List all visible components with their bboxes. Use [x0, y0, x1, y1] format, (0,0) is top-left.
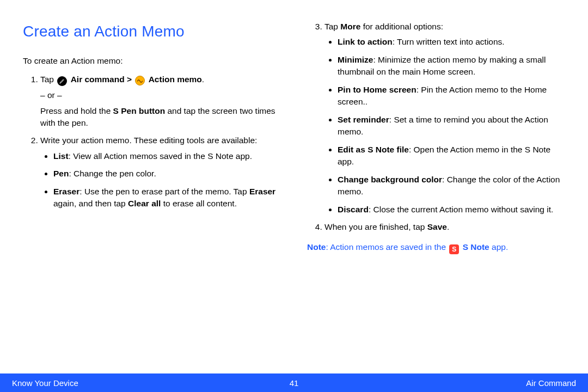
footer-bar: Know Your Device 41 Air Command [0, 373, 588, 392]
bullet-rem-b: Set reminder [338, 115, 389, 124]
bullet-min-b: Minimize [338, 55, 373, 64]
bullet-bgcolor: Change background color: Change the colo… [338, 174, 565, 198]
step3-lead-a: Tap [324, 22, 340, 31]
bullet-disc-t: : Close the current Action memo without … [369, 205, 553, 214]
steps-left: Tap Air command > Action memo. – or – Pr… [23, 74, 281, 210]
step2-lead: Write your action memo. These editing to… [40, 136, 257, 145]
step1-alt-a: Press and hold the [40, 106, 113, 115]
step3-lead-c: for additional options: [360, 22, 443, 31]
bullet-pin-b: Pin to Home screen [338, 85, 416, 94]
intro-text: To create an Action memo: [23, 55, 281, 67]
bullet-eraser-b2: Eraser [249, 187, 275, 196]
section-title: Create an Action Memo [23, 21, 281, 43]
step1-or: – or – [40, 89, 281, 101]
bullet-list: List: View all Action memos saved in the… [53, 150, 281, 162]
step-3: Tap More for additional options: Link to… [324, 21, 565, 216]
bullet-link-b: Link to action [338, 37, 393, 46]
s-note-icon: S [449, 244, 459, 254]
bullet-link: Link to action: Turn written text into a… [338, 36, 565, 48]
step-4: When you are finished, tap Save. [324, 221, 565, 233]
bullet-eraser-t3: to erase all content. [161, 199, 237, 208]
bullet-link-t: : Turn written text into actions. [393, 37, 505, 46]
step3-lead-b: More [340, 22, 360, 31]
bullet-pen: Pen: Change the pen color. [53, 168, 281, 180]
bullet-eraser-b3: Clear all [128, 199, 161, 208]
bullet-pin: Pin to Home screen: Pin the Action memo … [338, 84, 565, 108]
bullet-edit-snote: Edit as S Note file: Open the Action mem… [338, 144, 565, 168]
bullet-minimize: Minimize: Minimize the action memo by ma… [338, 54, 565, 78]
bullet-eraser-t1: : Use the pen to erase part of the memo.… [79, 187, 249, 196]
step4-a: When you are finished, tap [324, 222, 427, 231]
pen-circle-icon [57, 76, 67, 86]
s-note-letter: S [452, 246, 456, 253]
note-b: S Note [463, 242, 489, 252]
left-column: Create an Action Memo To create an Actio… [23, 21, 281, 359]
step4-c: . [447, 222, 449, 231]
right-column: Tap More for additional options: Link to… [307, 21, 565, 359]
step4-b: Save [427, 222, 447, 231]
step1-alt-b: S Pen button [113, 106, 166, 115]
step1-period: . [202, 75, 204, 84]
footer-right: Air Command [298, 378, 576, 388]
bullet-list-b: List [53, 151, 69, 161]
step1-alt: Press and hold the S Pen button and tap … [40, 105, 281, 130]
steps-right: Tap More for additional options: Link to… [307, 21, 565, 234]
step-1: Tap Air command > Action memo. – or – Pr… [40, 74, 281, 129]
manual-page: Create an Action Memo To create an Actio… [0, 0, 588, 392]
bullet-eraser-b1: Eraser [53, 187, 79, 196]
bullet-discard: Discard: Close the current Action memo w… [338, 204, 565, 216]
step3-bullets: Link to action: Turn written text into a… [324, 36, 565, 216]
footer-left: Know Your Device [12, 378, 290, 388]
note-a: Action memos are saved in the [330, 242, 448, 252]
bullet-pen-b: Pen [53, 169, 69, 178]
page-number: 41 [290, 378, 299, 388]
note-c: app. [489, 242, 508, 252]
step2-bullets: List: View all Action memos saved in the… [40, 150, 281, 210]
bullet-disc-b: Discard [338, 205, 369, 214]
note-label: Note [307, 242, 326, 252]
note-line: Note: Action memos are saved in the S S … [307, 241, 565, 254]
bullet-bg-b: Change background color [338, 175, 442, 184]
step1-aircommand: Air command > [71, 75, 134, 84]
bullet-pen-t: : Change the pen color. [69, 169, 156, 178]
bullet-eraser: Eraser: Use the pen to erase part of the… [53, 186, 281, 210]
bullet-reminder: Set reminder: Set a time to remind you a… [338, 114, 565, 138]
content-area: Create an Action Memo To create an Actio… [23, 21, 565, 359]
bullet-list-t: : View all Action memos saved in the S N… [69, 151, 252, 161]
action-memo-wave-icon [135, 76, 145, 85]
step1-tap: Tap [40, 75, 56, 84]
step1-actionmemo: Action memo [149, 75, 202, 84]
bullet-edit-b: Edit as S Note file [338, 145, 409, 154]
step-2: Write your action memo. These editing to… [40, 134, 281, 210]
bullet-eraser-t2: again, and then tap [53, 199, 128, 208]
